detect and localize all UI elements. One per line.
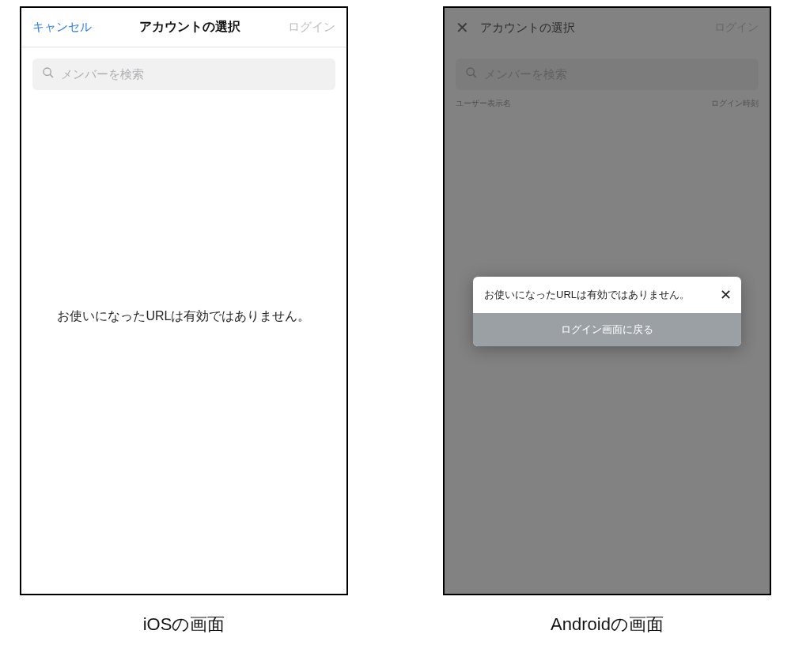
column-user: ユーザー表示名 bbox=[456, 98, 511, 109]
search-input[interactable]: メンバーを検索 bbox=[32, 59, 335, 90]
search-placeholder: メンバーを検索 bbox=[61, 67, 144, 82]
svg-line-1 bbox=[50, 74, 53, 77]
svg-line-3 bbox=[473, 74, 476, 77]
close-icon[interactable]: ✕ bbox=[456, 18, 469, 37]
close-icon[interactable]: ✕ bbox=[720, 288, 732, 302]
login-button: ログイン bbox=[288, 20, 335, 35]
error-dialog: お使いになったURLは有効ではありません。 ✕ ログイン画面に戻る bbox=[473, 277, 741, 346]
table-header: ユーザー表示名 ログイン時刻 bbox=[456, 98, 759, 109]
return-to-login-button[interactable]: ログイン画面に戻る bbox=[473, 313, 741, 346]
search-icon bbox=[465, 66, 478, 82]
ios-screen: キャンセル アカウントの選択 ログイン メンバーを検索 お使いになったURLは有… bbox=[20, 6, 348, 595]
error-message: お使いになったURLは有効ではありません。 bbox=[21, 308, 346, 325]
search-placeholder: メンバーを検索 bbox=[484, 67, 567, 82]
svg-point-0 bbox=[44, 68, 51, 75]
svg-point-2 bbox=[467, 68, 474, 75]
column-time: ログイン時刻 bbox=[711, 98, 759, 109]
page-title: アカウントの選択 bbox=[480, 21, 703, 36]
android-caption: Androidの画面 bbox=[443, 613, 771, 636]
cancel-button[interactable]: キャンセル bbox=[32, 20, 92, 35]
search-input[interactable]: メンバーを検索 bbox=[456, 59, 759, 90]
dialog-message: お使いになったURLは有効ではありません。 bbox=[484, 288, 715, 302]
android-navbar: ✕ アカウントの選択 ログイン bbox=[445, 8, 770, 47]
login-button: ログイン bbox=[714, 21, 759, 35]
search-icon bbox=[42, 66, 55, 82]
page-title: アカウントの選択 bbox=[139, 19, 240, 36]
android-screen: ✕ アカウントの選択 ログイン メンバーを検索 ユーザー表示名 ログイン時刻 お… bbox=[443, 6, 771, 595]
ios-caption: iOSの画面 bbox=[20, 613, 348, 636]
ios-navbar: キャンセル アカウントの選択 ログイン bbox=[21, 8, 346, 47]
